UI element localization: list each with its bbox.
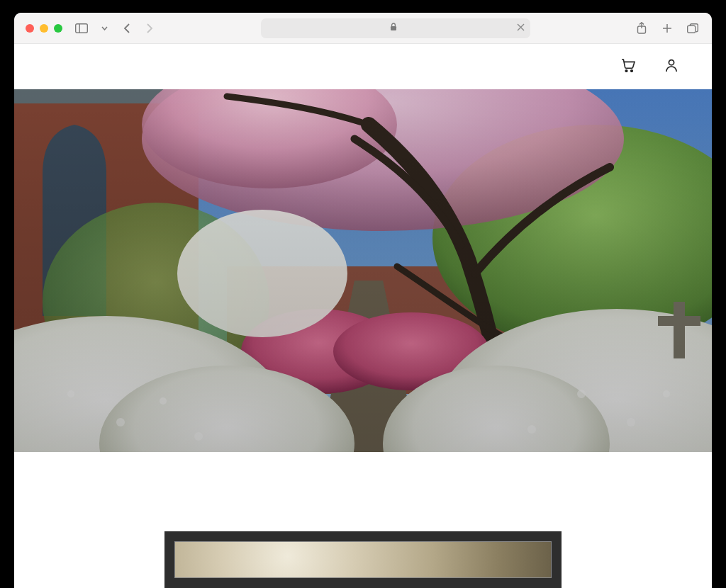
svg-rect-2: [391, 26, 396, 30]
maximize-window-button[interactable]: [54, 24, 62, 33]
cart-icon[interactable]: [621, 59, 635, 75]
close-window-button[interactable]: [26, 24, 34, 33]
svg-point-12: [669, 60, 674, 64]
content-section: [14, 452, 712, 588]
svg-point-11: [631, 69, 633, 72]
window-controls: [26, 24, 62, 33]
framed-image: [164, 531, 562, 588]
svg-rect-9: [688, 26, 696, 33]
toolbar-dropdown-icon[interactable]: [96, 21, 112, 36]
hero-section: [14, 89, 712, 452]
svg-point-10: [625, 69, 627, 72]
hero-overlay: [14, 89, 712, 452]
forward-button[interactable]: [142, 21, 157, 36]
minimize-window-button[interactable]: [40, 24, 48, 33]
account-icon[interactable]: [665, 59, 678, 75]
browser-window: [14, 13, 712, 588]
share-icon[interactable]: [634, 21, 649, 36]
stop-reload-icon[interactable]: [517, 23, 525, 33]
new-tab-icon[interactable]: [659, 21, 675, 36]
back-button[interactable]: [119, 21, 135, 36]
lock-icon: [390, 23, 397, 33]
browser-toolbar: [14, 13, 712, 44]
svg-rect-0: [76, 23, 88, 33]
address-bar[interactable]: [261, 18, 530, 38]
sidebar-toggle-icon[interactable]: [74, 21, 89, 36]
tab-overview-icon[interactable]: [685, 21, 700, 36]
site-nav: [14, 44, 712, 89]
